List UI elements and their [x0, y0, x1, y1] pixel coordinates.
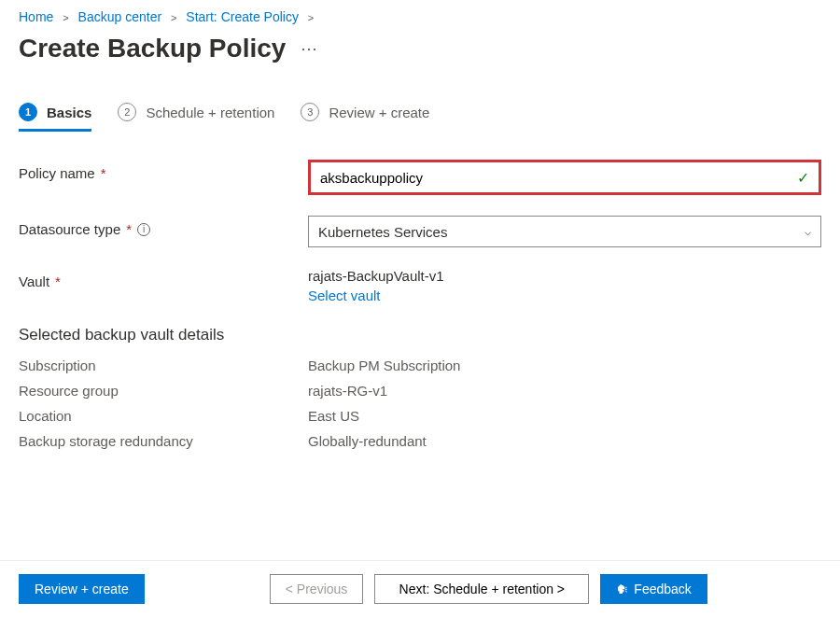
policy-name-input[interactable]	[320, 170, 797, 186]
tab-label: Review + create	[329, 105, 429, 120]
vault-label: Vault*	[19, 268, 308, 289]
next-button[interactable]: Next: Schedule + retention >	[374, 574, 589, 604]
chevron-right-icon: >	[308, 12, 314, 23]
previous-button[interactable]: < Previous	[270, 574, 364, 604]
tab-label: Basics	[47, 105, 91, 120]
datasource-type-label: Datasource type* i	[19, 216, 308, 237]
breadcrumb-backup-center[interactable]: Backup center	[78, 9, 162, 24]
breadcrumb-create-policy[interactable]: Start: Create Policy	[186, 9, 299, 24]
info-icon[interactable]: i	[137, 223, 150, 236]
vault-value: rajats-BackupVault-v1	[308, 268, 821, 284]
policy-name-label: Policy name*	[19, 160, 308, 181]
tab-review-create[interactable]: 3 Review + create	[301, 95, 429, 131]
datasource-type-value: Kubernetes Services	[318, 224, 447, 240]
datasource-type-select[interactable]: Kubernetes Services ⌵	[308, 216, 821, 247]
tab-label: Schedule + retention	[146, 105, 274, 120]
review-create-button[interactable]: Review + create	[19, 574, 145, 604]
chevron-right-icon: >	[171, 12, 176, 23]
tab-num-2: 2	[118, 103, 136, 121]
person-feedback-icon: 🗣	[616, 582, 628, 596]
more-actions-icon[interactable]: ⋯	[301, 38, 318, 59]
detail-storage-redundancy: Backup storage redundancy Globally-redun…	[19, 433, 821, 449]
page-title: Create Backup Policy	[19, 34, 286, 63]
policy-name-input-wrap: ✓	[308, 160, 821, 195]
feedback-button[interactable]: 🗣 Feedback	[600, 574, 707, 604]
chevron-down-icon: ⌵	[805, 225, 811, 238]
select-vault-link[interactable]: Select vault	[308, 287, 381, 303]
tab-num-3: 3	[301, 103, 319, 121]
breadcrumb-home[interactable]: Home	[19, 9, 53, 24]
breadcrumb: Home > Backup center > Start: Create Pol…	[0, 0, 840, 28]
chevron-right-icon: >	[63, 12, 68, 23]
tab-schedule-retention[interactable]: 2 Schedule + retention	[118, 95, 274, 131]
detail-location: Location East US	[19, 408, 821, 424]
footer: Review + create < Previous Next: Schedul…	[0, 560, 840, 617]
tabs: 1 Basics 2 Schedule + retention 3 Review…	[0, 82, 840, 132]
detail-subscription: Subscription Backup PM Subscription	[19, 358, 821, 373]
detail-resource-group: Resource group rajats-RG-v1	[19, 383, 821, 399]
checkmark-icon: ✓	[797, 169, 809, 187]
vault-details-title: Selected backup vault details	[19, 326, 821, 344]
tab-basics[interactable]: 1 Basics	[19, 95, 91, 131]
feedback-label: Feedback	[634, 582, 691, 596]
tab-num-1: 1	[19, 103, 37, 121]
